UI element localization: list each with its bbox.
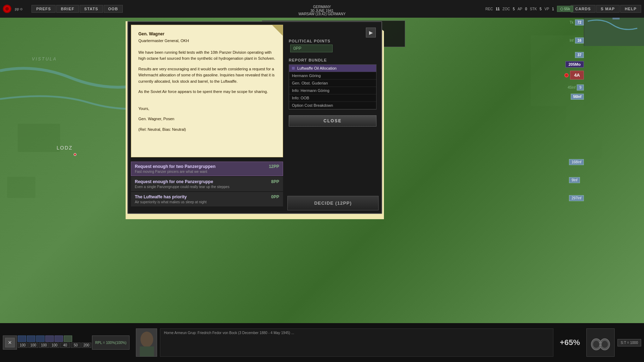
letter-recipient-title: Quartermaster General, OKH (138, 38, 276, 44)
options-section: Request enough for two Panzergruppen Fas… (131, 162, 283, 207)
option-pp-2: 0PP (268, 194, 279, 199)
map-units-area: Tk 72 Inf 16 37 205Mo 4A 45Inf 9 56Inf (564, 19, 584, 100)
report-item-2[interactable]: Gen. Obst. Guderian (289, 80, 376, 87)
unit-portrait: ✕ (3, 335, 17, 350)
binoculars-svg (590, 334, 611, 351)
bottom-info-panel: Horne Armeun Grup: Friedrich Fedor von B… (160, 328, 553, 357)
unit-icon-5 (54, 335, 63, 342)
svg-rect-12 (140, 346, 154, 357)
unit-icon-1 (18, 335, 26, 342)
letter-signed-name: Gen. Wagner, Posen (138, 116, 276, 122)
panel-close-icon-button[interactable]: ▶ (366, 28, 376, 37)
report-item-label-4: Info: OOB (292, 96, 309, 100)
stk-value: 5 (540, 7, 542, 11)
decide-button[interactable]: DECIDE (12PP) (287, 196, 379, 210)
option-title-2: The Luftwaffe has priority (135, 194, 268, 199)
vp-stat: VP (545, 7, 549, 11)
letter-paragraph-2: Results are very encouraging and it woul… (138, 66, 276, 85)
stat-100-3: 100 (39, 343, 49, 348)
svg-point-11 (140, 332, 153, 347)
option-pp-1: 8PP (268, 179, 279, 184)
ap-value: 0 (525, 7, 527, 11)
commander-info-text: Horne Armeun Grup: Friedrich Fedor von B… (164, 331, 550, 335)
svg-point-17 (602, 341, 608, 348)
letter-paragraph-3: As the Soviet Air force appears to be sp… (138, 89, 276, 95)
commander-portrait (136, 328, 157, 357)
top-right-buttons: CARDS S MAP HELP (571, 5, 644, 13)
stat-100-1: 100 (18, 343, 28, 348)
brief-button[interactable]: BRIEF (56, 5, 79, 13)
unit-info-area: ✕ 100 100 100 100 40 50 (3, 335, 130, 350)
unit-icon-4 (45, 335, 54, 342)
cards-button[interactable]: CARDS (571, 5, 596, 13)
lodz-marker (74, 153, 76, 156)
lodz-label: LODZ (57, 145, 73, 151)
close-button[interactable]: CLOSE (289, 115, 376, 127)
right-panel: ▶ POLITICAL POINTS 0PP REPORT BUNDLE Luf… (287, 25, 379, 127)
map-units-lower: 168Inf 9Inf 297Inf (569, 159, 584, 201)
letter-section: Gen. Wagner Quartermaster General, OKH W… (131, 25, 283, 157)
stat-100-2: 100 (28, 343, 38, 348)
letter-content: Gen. Wagner Quartermaster General, OKH W… (131, 25, 283, 142)
report-item-1[interactable]: Hermann Göring (289, 72, 376, 80)
report-item-0[interactable]: Luftwaffe Oil Allocation (289, 65, 376, 72)
zoc-value: 5 (513, 7, 515, 11)
report-item-5[interactable]: Option Cost Breakdown (289, 102, 376, 109)
political-points-label: POLITICAL POINTS (289, 39, 379, 43)
stat-50: 50 (71, 343, 81, 348)
zoc-stat: ZOC (502, 7, 510, 11)
stats-button[interactable]: STATS (80, 5, 103, 13)
date-display: GERMANY 30 JUNE 1941 (310, 5, 333, 13)
warsaw-label: WARSAW (19,42) GERMANY (298, 12, 345, 16)
percentage-display: +65% (560, 338, 580, 347)
option-pp-0: 12PP (266, 164, 279, 169)
option-desc-1: Even a single Panzergruppe could really … (135, 185, 268, 189)
option-text-0: Request enough for two Panzergruppen Fas… (135, 164, 266, 174)
option-item-2[interactable]: The Luftwaffe has priority Air superiori… (131, 192, 283, 206)
option-item-1[interactable]: Request enough for one Panzergruppe Even… (131, 177, 283, 191)
report-item-3[interactable]: Info: Hermann Göring (289, 87, 376, 94)
report-list: Luftwaffe Oil Allocation Hermann Göring … (289, 64, 376, 110)
rpl-button[interactable]: RPL = 100%(100%) (92, 335, 130, 350)
panel-close-icon: ▶ (369, 30, 373, 35)
unit-stat-icons: 100 100 100 100 40 50 200 (18, 335, 91, 350)
svg-point-16 (593, 341, 599, 348)
unit-stats-row: 100 100 100 100 40 50 200 (18, 343, 91, 348)
smap-button[interactable]: S MAP (596, 5, 620, 13)
top-nav: PREFS BRIEF STATS OOB (31, 5, 122, 13)
report-item-label-5: Option Cost Breakdown (292, 103, 333, 107)
oob-button[interactable]: OOB (104, 5, 123, 13)
bottom-bar: ✕ 100 100 100 100 40 50 (0, 323, 644, 362)
unit-symbol: ✕ (5, 337, 15, 348)
stat-200: 200 (81, 343, 91, 348)
svg-rect-1 (7, 177, 35, 198)
commander-portrait-svg (136, 329, 157, 357)
binoculars-icon (586, 328, 615, 357)
unit-icon-6 (64, 335, 72, 342)
scale-button[interactable]: S:T = 1000 (617, 339, 641, 346)
prefs-button[interactable]: PREFS (31, 5, 56, 13)
letter-body: We have been running field tests with th… (138, 49, 276, 133)
unit-icon-3 (36, 335, 45, 342)
report-item-label-3: Info: Hermann Göring (292, 88, 329, 93)
report-item-label-2: Gen. Obst. Guderian (292, 81, 328, 85)
option-text-2: The Luftwaffe has priority Air superiori… (135, 194, 268, 204)
letter-reliability: (Rel: Neutral, Bias: Neutral) (138, 127, 276, 133)
letter-recipient: Gen. Wagner (138, 31, 276, 37)
help-button[interactable]: HELP (620, 5, 641, 13)
option-item-0[interactable]: Request enough for two Panzergruppen Fas… (131, 162, 283, 176)
report-dot-icon (292, 67, 295, 70)
report-item-4[interactable]: Info: OOB (289, 94, 376, 102)
rec-value: 11 (496, 7, 500, 11)
letter-signature: Yours, (138, 106, 276, 112)
letter-paragraph-1: We have been running field tests with th… (138, 49, 276, 62)
svg-point-5 (5, 7, 9, 11)
svg-text:✕: ✕ (8, 340, 12, 345)
option-title-1: Request enough for one Panzergruppe (135, 179, 268, 184)
vistula-label: VISTULA (32, 57, 57, 62)
option-desc-0: Fast moving Panzer pincers are what we w… (135, 170, 266, 174)
stk-stat: STK (530, 7, 537, 11)
option-title-0: Request enough for two Panzergruppen (135, 164, 266, 169)
svg-rect-0 (18, 124, 60, 152)
stat-40: 40 (60, 343, 70, 348)
